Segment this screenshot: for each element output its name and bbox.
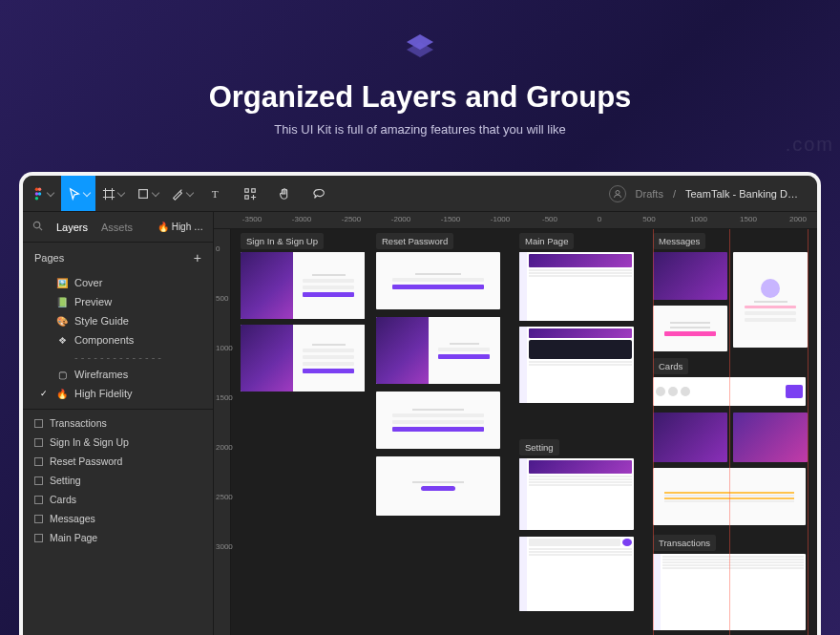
artboard-signin-2[interactable]	[241, 325, 365, 392]
artboard-cards-3[interactable]	[733, 413, 808, 462]
page-item[interactable]: 🎨Style Guide	[23, 311, 213, 330]
artboard-messages-3[interactable]	[653, 306, 727, 351]
layers-list: Transactions Sign In & Sign Up Reset Pas…	[23, 409, 213, 635]
tab-layers[interactable]: Layers	[56, 222, 88, 233]
page-item[interactable]: ❖Components	[23, 330, 213, 349]
svg-point-4	[34, 196, 37, 199]
artboard-cards-1[interactable]	[653, 377, 806, 406]
artboard-setting-2[interactable]	[519, 537, 634, 611]
artboard-main-2[interactable]	[519, 327, 634, 403]
artboard-reset-4[interactable]	[376, 456, 500, 516]
hero-subtitle: This UI Kit is full of amazing features …	[0, 122, 840, 137]
svg-rect-8	[252, 188, 256, 192]
frame-tool-button[interactable]	[95, 176, 130, 211]
frame-icon	[34, 534, 43, 542]
section-label-reset[interactable]: Reset Password	[376, 233, 453, 249]
svg-point-0	[34, 187, 37, 190]
text-tool-button[interactable]: T	[199, 176, 233, 211]
breadcrumb-separator: /	[673, 188, 676, 200]
ruler-horizontal: -3500 -3000 -2500 -2000 -1500 -1000 -500…	[214, 212, 817, 229]
search-icon[interactable]	[32, 221, 43, 233]
artboard-cards-2[interactable]	[653, 413, 727, 462]
add-page-button[interactable]: +	[194, 250, 201, 265]
pen-tool-button[interactable]	[164, 176, 199, 211]
page-item[interactable]: 🖼️Cover	[23, 273, 213, 292]
pages-list: 🖼️Cover 📗Preview 🎨Style Guide ❖Component…	[23, 271, 213, 409]
document-title[interactable]: TeamTalk - Banking D…	[685, 188, 798, 200]
artboard-reset-3[interactable]	[376, 392, 500, 449]
frame-icon	[34, 515, 43, 523]
artboard-setting-1[interactable]	[519, 458, 634, 530]
artboard-signin-1[interactable]	[241, 252, 365, 319]
tab-assets[interactable]: Assets	[101, 222, 133, 233]
shape-tool-button[interactable]	[130, 176, 164, 211]
layer-item[interactable]: Setting	[23, 471, 213, 490]
chevron-down-icon	[185, 188, 193, 196]
page-selector[interactable]: 🔥 High …	[158, 222, 203, 232]
comment-tool-button[interactable]	[302, 176, 336, 211]
frame-icon	[34, 438, 43, 447]
artboard-messages-1[interactable]	[653, 252, 727, 300]
svg-rect-7	[245, 188, 249, 192]
artboard-reset-2[interactable]	[376, 317, 500, 384]
page-item[interactable]: 📗Preview	[23, 292, 213, 311]
svg-rect-5	[138, 189, 147, 198]
frame-icon	[34, 457, 43, 466]
layer-item[interactable]: Cards	[23, 490, 213, 509]
page-item[interactable]: ▢Wireframes	[23, 365, 213, 384]
frame-icon	[34, 476, 43, 485]
svg-point-2	[34, 192, 37, 195]
ruler-vertical: 0 500 1000 1500 2000 2500 3000	[214, 229, 231, 635]
page-separator: - - - - - - - - - - - - - -	[23, 349, 213, 365]
user-avatar-icon[interactable]	[609, 185, 626, 202]
layer-item[interactable]: Sign In & Sign Up	[23, 433, 213, 452]
figma-menu-button[interactable]	[23, 176, 61, 211]
svg-text:T: T	[212, 188, 219, 200]
layer-item[interactable]: Transactions	[23, 413, 213, 433]
watermark: .com	[786, 134, 834, 156]
section-label-signin[interactable]: Sign In & Sign Up	[241, 233, 324, 249]
toolbar: T Drafts / TeamTalk - Banking D…	[23, 176, 817, 212]
chevron-down-icon	[82, 188, 90, 196]
section-label-messages[interactable]: Messages	[653, 233, 705, 249]
layer-item[interactable]: Messages	[23, 509, 213, 528]
section-label-main[interactable]: Main Page	[519, 233, 574, 249]
artboard-reset-1[interactable]	[376, 252, 500, 309]
hero-title: Organized Layers and Groups	[0, 80, 840, 115]
artboard-transactions-1[interactable]	[653, 554, 806, 630]
section-label-setting[interactable]: Setting	[519, 439, 559, 455]
svg-point-1	[37, 187, 40, 190]
chevron-down-icon	[46, 188, 53, 196]
frame-icon	[34, 496, 43, 504]
artboard-cards-4[interactable]	[653, 468, 806, 525]
frame-icon	[34, 419, 43, 428]
canvas[interactable]: 0 500 1000 1500 2000 2500 3000 Sign In &…	[214, 229, 817, 635]
svg-point-10	[616, 190, 620, 194]
svg-point-3	[37, 192, 40, 195]
layer-item[interactable]: Main Page	[23, 528, 213, 547]
sidebar: Layers Assets 🔥 High … Pages + 🖼️Cover 📗…	[23, 212, 214, 635]
section-label-transactions[interactable]: Transactions	[653, 535, 716, 551]
resources-button[interactable]	[233, 176, 267, 211]
move-tool-button[interactable]	[61, 176, 95, 211]
chevron-down-icon	[116, 188, 124, 196]
artboard-main-1[interactable]	[519, 252, 634, 321]
artboard-messages-2[interactable]	[733, 252, 808, 348]
pages-header: Pages	[34, 252, 64, 264]
svg-point-11	[33, 222, 39, 227]
section-label-cards[interactable]: Cards	[653, 358, 688, 374]
layers-icon	[401, 29, 439, 67]
breadcrumb-parent[interactable]: Drafts	[636, 188, 663, 200]
svg-rect-9	[245, 195, 249, 199]
chevron-down-icon	[151, 188, 158, 196]
app-window: T Drafts / TeamTalk - Banking D…	[19, 172, 821, 635]
layer-item[interactable]: Reset Password	[23, 452, 213, 471]
page-item[interactable]: ✓🔥High Fidelity	[23, 384, 213, 403]
hand-tool-button[interactable]	[267, 176, 302, 211]
